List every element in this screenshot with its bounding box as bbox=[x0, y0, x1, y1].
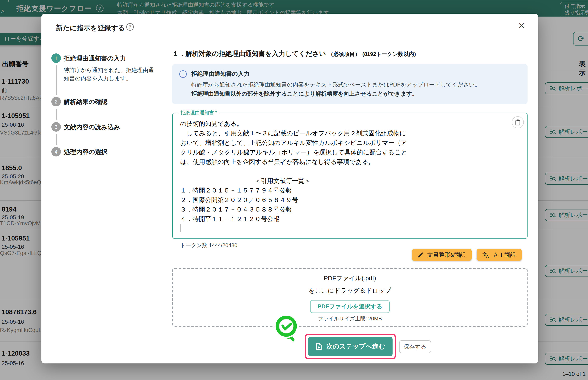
ai-translate-button[interactable]: 文A ＡＩ翻訳 bbox=[477, 249, 522, 261]
step-connector bbox=[56, 65, 57, 95]
save-button[interactable]: 保存する bbox=[399, 340, 431, 353]
step-4-circle: 4 bbox=[51, 147, 61, 156]
info-icon: i bbox=[179, 70, 187, 78]
register-instruction-dialog: 新たに指示を登録する ? ✕ 1 拒絶理由通知書の入力 特許庁から通知された、拒… bbox=[41, 14, 538, 363]
clipboard-icon bbox=[515, 119, 521, 125]
pdf-dropzone[interactable]: PDFファイル(.pdf) をここにドラッグ＆ドロップ PDFファイルを選択する… bbox=[172, 268, 528, 327]
translate-icon: 文A bbox=[482, 251, 490, 258]
info-callout: i 拒絶理由通知書の入力 特許庁から通知された拒絶理由通知書の内容をテキスト形式… bbox=[172, 64, 528, 104]
format-translate-button[interactable]: 文書整形&翻訳 bbox=[412, 249, 472, 261]
dropzone-line2: をここにドラッグ＆ドロップ bbox=[173, 287, 527, 295]
step-2-label: 解析結果の確認 bbox=[64, 98, 107, 106]
highlight-annotation: 次のステップへ進む bbox=[305, 334, 396, 359]
copy-button[interactable] bbox=[512, 116, 524, 128]
info-text-line1: 特許庁から通知された拒絶理由通知書の内容をテキスト形式でペーストまたはPDFをア… bbox=[191, 81, 480, 89]
step-1-circle: 1 bbox=[51, 53, 61, 63]
next-step-button[interactable]: 次のステップへ進む bbox=[308, 337, 392, 356]
close-icon: ✕ bbox=[518, 21, 525, 30]
step-connector bbox=[56, 109, 57, 120]
svg-text:A: A bbox=[486, 254, 489, 258]
screen: A 拒絶支援ワークフロー ? 特許庁から通知された拒絶理由通知書の応答を支援する… bbox=[0, 0, 588, 380]
translate-actions: 文書整形&翻訳 文A ＡＩ翻訳 bbox=[412, 249, 522, 261]
step-1-description: 特許庁から通知された、拒絶理由通 知書の内容を入力します。 bbox=[64, 66, 160, 83]
dialog-title: 新たに指示を登録する bbox=[56, 24, 125, 33]
step-4-label: 処理内容の選択 bbox=[64, 148, 107, 156]
step-3-label: 文献内容の読み込み bbox=[64, 123, 120, 131]
rejection-notice-textarea[interactable]: の技術的知見である。 してみると、引用文献１〜３に記載のピールオフパック用２剤式… bbox=[173, 113, 527, 238]
section-heading-main: １．解析対象の拒絶理由通知書を入力してください bbox=[172, 50, 326, 57]
magic-pen-icon bbox=[418, 252, 424, 258]
select-pdf-button[interactable]: PDFファイルを選択する bbox=[310, 300, 390, 313]
dropzone-line1: PDFファイル(.pdf) bbox=[173, 274, 527, 282]
dialog-help-icon[interactable]: ? bbox=[126, 23, 134, 31]
step-2-circle: 2 bbox=[51, 97, 61, 106]
step-1-label: 拒絶理由通知書の入力 bbox=[64, 55, 126, 62]
file-size-limit: ファイルサイズ上限: 20MB bbox=[173, 315, 527, 323]
rejection-notice-field: 拒絶理由通知書 * の技術的知見である。 してみると、引用文献１〜３に記載のピー… bbox=[172, 113, 528, 239]
step-3-circle: 3 bbox=[51, 122, 61, 132]
info-title: 拒絶理由通知書の入力 bbox=[191, 70, 250, 78]
close-button[interactable]: ✕ bbox=[515, 20, 528, 31]
text-caret bbox=[180, 224, 181, 232]
section-heading: １．解析対象の拒絶理由通知書を入力してください（必須項目）(8192トークン数以… bbox=[172, 50, 416, 58]
success-cursor-badge bbox=[273, 313, 300, 342]
section-heading-limit: (8192トークン数以内) bbox=[362, 51, 416, 57]
token-count: トークン数 1444/20480 bbox=[180, 242, 237, 249]
note-add-icon bbox=[315, 343, 322, 350]
info-text-line2: 拒絶理由通知書以外の部分を除外することにより解析精度を向上させることができます。 bbox=[191, 90, 418, 98]
section-heading-required: （必須項目） bbox=[328, 51, 360, 57]
step-connector bbox=[56, 134, 57, 145]
